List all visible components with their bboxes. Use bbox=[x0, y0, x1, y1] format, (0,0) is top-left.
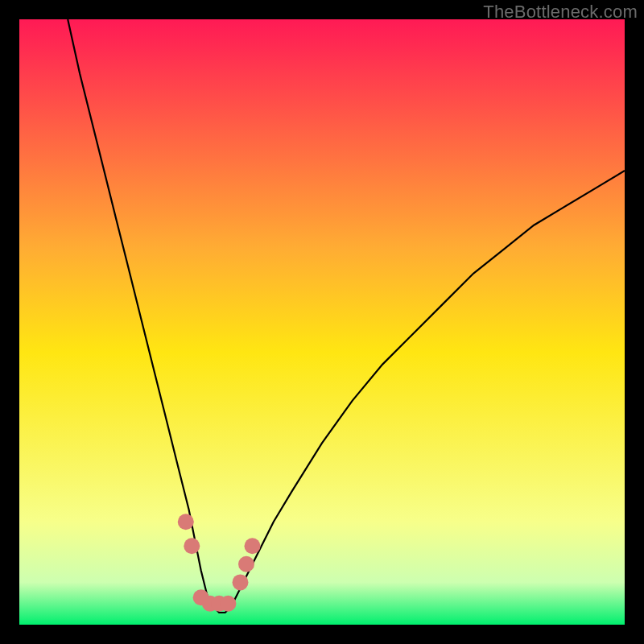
data-marker bbox=[238, 556, 254, 572]
gradient-background bbox=[19, 19, 625, 625]
data-marker bbox=[220, 596, 236, 612]
data-marker bbox=[184, 538, 200, 554]
data-marker bbox=[233, 574, 249, 590]
data-marker bbox=[178, 514, 194, 530]
data-marker bbox=[245, 538, 261, 554]
bottleneck-chart bbox=[19, 19, 625, 625]
watermark-text: TheBottleneck.com bbox=[483, 2, 638, 23]
